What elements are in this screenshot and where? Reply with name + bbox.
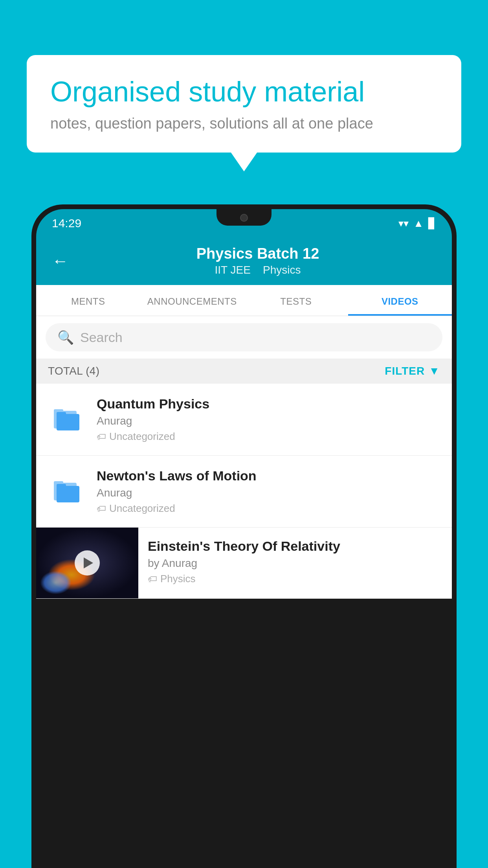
status-time: 14:29 xyxy=(52,217,81,230)
header-titles: Physics Batch 12 IIT JEE Physics xyxy=(79,245,436,276)
item-details: Quantum Physics Anurag 🏷 Uncategorized xyxy=(97,396,440,443)
header-sub-physics: Physics xyxy=(263,264,301,276)
bubble-subtitle: notes, question papers, solutions all at… xyxy=(50,115,438,132)
bubble-title: Organised study material xyxy=(50,75,438,108)
filter-label: FILTER xyxy=(385,365,425,377)
einstein-title: Einstein's Theory Of Relativity xyxy=(148,539,442,554)
item-tag: 🏷 Uncategorized xyxy=(97,430,440,443)
einstein-tag: 🏷 Physics xyxy=(148,573,442,585)
item-icon-box xyxy=(48,400,87,439)
tabs-bar: MENTS ANNOUNCEMENTS TESTS VIDEOS xyxy=(36,285,452,316)
search-placeholder: Search xyxy=(80,330,123,345)
notch-camera xyxy=(240,214,248,222)
speech-bubble-container: Organised study material notes, question… xyxy=(27,55,461,153)
list-item[interactable]: Quantum Physics Anurag 🏷 Uncategorized xyxy=(36,384,452,456)
app-header: ← Physics Batch 12 IIT JEE Physics xyxy=(36,237,452,285)
tag-icon: 🏷 xyxy=(97,503,106,514)
item-details: Newton's Laws of Motion Anurag 🏷 Uncateg… xyxy=(97,468,440,515)
einstein-details: Einstein's Theory Of Relativity by Anura… xyxy=(138,528,452,596)
tab-ments[interactable]: MENTS xyxy=(36,285,140,316)
notch xyxy=(216,209,272,226)
svg-rect-2 xyxy=(57,414,79,430)
status-icons: ▾▾ ▲ ▊ xyxy=(398,217,436,230)
filter-row: TOTAL (4) FILTER ▼ xyxy=(36,359,452,384)
list-item[interactable]: Newton's Laws of Motion Anurag 🏷 Uncateg… xyxy=(36,456,452,528)
search-input-box[interactable]: 🔍 Search xyxy=(46,323,442,351)
item-author: Anurag xyxy=(97,415,440,427)
svg-rect-6 xyxy=(57,486,79,502)
speech-bubble: Organised study material notes, question… xyxy=(27,55,461,153)
folder-icon xyxy=(52,403,83,436)
tag-label: Uncategorized xyxy=(109,430,175,443)
status-bar: 14:29 ▾▾ ▲ ▊ xyxy=(36,209,452,237)
play-triangle-icon xyxy=(84,557,93,568)
phone-frame: 14:29 ▾▾ ▲ ▊ ← Physics Batch 12 IIT JEE … xyxy=(31,204,457,868)
tab-announcements[interactable]: ANNOUNCEMENTS xyxy=(140,285,244,316)
wifi-icon: ▾▾ xyxy=(398,217,409,230)
item-author: Anurag xyxy=(97,487,440,499)
item-title: Quantum Physics xyxy=(97,396,440,412)
header-main-title: Physics Batch 12 xyxy=(79,245,436,262)
tab-tests[interactable]: TESTS xyxy=(244,285,348,316)
tag-icon: 🏷 xyxy=(97,431,106,442)
filter-button[interactable]: FILTER ▼ xyxy=(385,365,440,377)
tag-label: Uncategorized xyxy=(109,502,175,515)
video-thumbnail xyxy=(36,528,138,598)
list-item[interactable]: Einstein's Theory Of Relativity by Anura… xyxy=(36,528,452,599)
svg-rect-7 xyxy=(57,484,66,488)
tag-label: Physics xyxy=(160,573,196,585)
search-container: 🔍 Search xyxy=(36,316,452,359)
total-label: TOTAL (4) xyxy=(48,365,99,377)
filter-funnel-icon: ▼ xyxy=(429,365,440,377)
thumbnail-glow2 xyxy=(40,571,72,594)
tag-icon: 🏷 xyxy=(148,574,157,585)
phone-inner: 14:29 ▾▾ ▲ ▊ ← Physics Batch 12 IIT JEE … xyxy=(36,209,452,868)
folder-icon xyxy=(52,475,83,508)
search-icon: 🔍 xyxy=(57,329,74,345)
back-button[interactable]: ← xyxy=(52,252,68,270)
item-title: Newton's Laws of Motion xyxy=(97,468,440,484)
svg-rect-3 xyxy=(57,412,66,416)
item-icon-box xyxy=(48,472,87,511)
signal-icon: ▲ xyxy=(413,217,424,230)
tab-videos[interactable]: VIDEOS xyxy=(348,285,452,316)
content-list: Quantum Physics Anurag 🏷 Uncategorized xyxy=(36,384,452,599)
header-sub-titles: IIT JEE Physics xyxy=(79,264,436,276)
play-button[interactable] xyxy=(75,550,100,576)
header-sub-iitjee: IIT JEE xyxy=(215,264,251,276)
battery-icon: ▊ xyxy=(428,217,436,230)
item-tag: 🏷 Uncategorized xyxy=(97,502,440,515)
einstein-author: by Anurag xyxy=(148,557,442,570)
